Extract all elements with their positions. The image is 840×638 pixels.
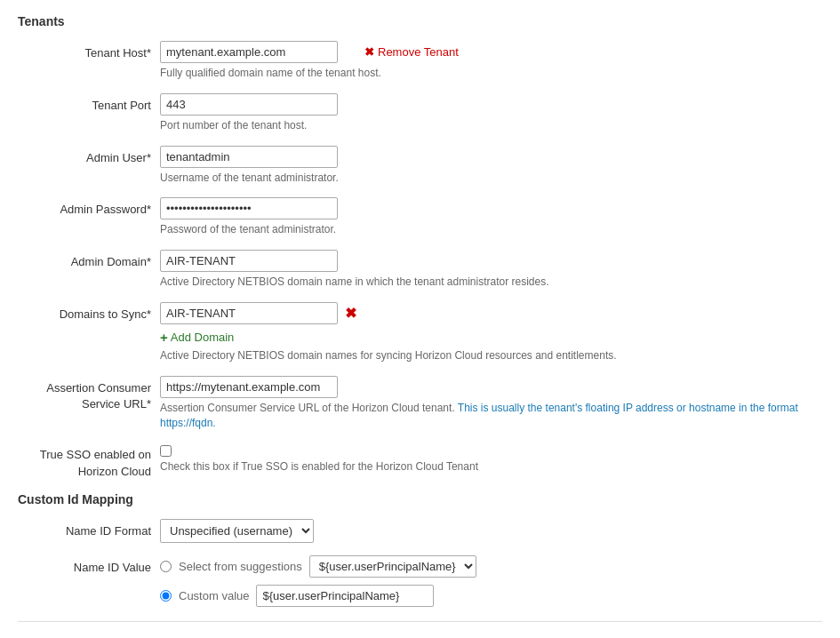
assertion-url-hint: Assertion Consumer Service URL of the Ho… bbox=[160, 401, 822, 431]
admin-domain-field: Active Directory NETBIOS domain name in … bbox=[160, 250, 822, 290]
name-id-value-radio-group: Select from suggestions ${user.userPrinc… bbox=[160, 555, 822, 607]
tenant-port-label: Tenant Port bbox=[18, 93, 160, 114]
suggestions-radio-label: Select from suggestions bbox=[179, 560, 302, 573]
admin-password-input[interactable] bbox=[160, 197, 338, 219]
name-id-value-field: Select from suggestions ${user.userPrinc… bbox=[160, 555, 822, 607]
remove-icon: ✖ bbox=[364, 45, 374, 59]
name-id-format-label: Name ID Format bbox=[18, 519, 160, 539]
tenant-host-field: ✖ Remove Tenant Fully qualified domain n… bbox=[160, 41, 822, 81]
tenant-port-group: Tenant Port Port number of the tenant ho… bbox=[18, 93, 822, 133]
suggestions-select[interactable]: ${user.userPrincipalName} ${user.email} … bbox=[309, 555, 476, 578]
name-id-format-field: Unspecified (username) Email Persistent … bbox=[160, 519, 822, 543]
suggestions-row: Select from suggestions ${user.userPrinc… bbox=[160, 555, 822, 578]
assertion-url-label: Assertion ConsumerService URL* bbox=[18, 376, 160, 412]
name-id-value-label: Name ID Value bbox=[18, 555, 160, 576]
delete-domain-icon[interactable]: ✖ bbox=[345, 305, 356, 322]
true-sso-hint: Check this box if True SSO is enabled fo… bbox=[160, 459, 822, 475]
admin-domain-label: Admin Domain* bbox=[18, 250, 160, 270]
suggestions-radio[interactable] bbox=[160, 561, 172, 572]
domain-row: ✖ bbox=[160, 302, 822, 324]
assertion-url-hint-normal: Assertion Consumer Service URL of the Ho… bbox=[160, 402, 455, 414]
admin-domain-input[interactable] bbox=[160, 250, 338, 272]
add-domain-label: Add Domain bbox=[171, 331, 235, 344]
custom-value-input[interactable] bbox=[256, 585, 434, 607]
tenants-section: Tenants Tenant Host* ✖ Remove Tenant Ful… bbox=[18, 14, 822, 480]
tenant-port-hint: Port number of the tenant host. bbox=[160, 118, 822, 133]
tenant-host-label: Tenant Host* bbox=[18, 41, 160, 61]
true-sso-checkbox[interactable] bbox=[160, 445, 172, 457]
admin-domain-group: Admin Domain* Active Directory NETBIOS d… bbox=[18, 250, 822, 290]
tenant-host-hint: Fully qualified domain name of the tenan… bbox=[160, 66, 822, 81]
assertion-url-field: Assertion Consumer Service URL of the Ho… bbox=[160, 376, 822, 431]
assertion-url-input[interactable] bbox=[160, 376, 338, 398]
domains-to-sync-label: Domains to Sync* bbox=[18, 302, 160, 323]
admin-user-field: Username of the tenant administrator. bbox=[160, 146, 822, 186]
custom-value-radio-label: Custom value bbox=[179, 589, 249, 602]
custom-value-row: Custom value bbox=[160, 585, 822, 607]
remove-tenant-label: Remove Tenant bbox=[378, 45, 459, 59]
domain-input[interactable] bbox=[160, 302, 338, 324]
true-sso-field: Check this box if True SSO is enabled fo… bbox=[160, 443, 822, 475]
custom-id-mapping-title: Custom Id Mapping bbox=[18, 492, 822, 506]
admin-password-group: Admin Password* Password of the tenant a… bbox=[18, 197, 822, 237]
tenant-port-input[interactable] bbox=[160, 93, 338, 116]
custom-id-mapping-section: Custom Id Mapping Name ID Format Unspeci… bbox=[18, 492, 822, 607]
admin-user-input[interactable] bbox=[160, 146, 338, 168]
name-id-format-select[interactable]: Unspecified (username) Email Persistent … bbox=[160, 519, 314, 543]
admin-domain-hint: Active Directory NETBIOS domain name in … bbox=[160, 275, 822, 290]
plus-icon: + bbox=[160, 330, 168, 345]
tenants-title: Tenants bbox=[18, 14, 822, 28]
name-id-value-group: Name ID Value Select from suggestions ${… bbox=[18, 555, 822, 607]
admin-user-group: Admin User* Username of the tenant admin… bbox=[18, 146, 822, 186]
tenant-port-field: Port number of the tenant host. bbox=[160, 93, 822, 133]
section-divider bbox=[18, 621, 822, 622]
admin-user-hint: Username of the tenant administrator. bbox=[160, 171, 822, 186]
custom-value-radio[interactable] bbox=[160, 590, 172, 602]
admin-password-label: Admin Password* bbox=[18, 197, 160, 218]
true-sso-group: True SSO enabled onHorizon Cloud Check t… bbox=[18, 443, 822, 479]
domains-to-sync-hint: Active Directory NETBIOS domain names fo… bbox=[160, 348, 822, 363]
tenant-host-input[interactable] bbox=[160, 41, 338, 63]
tenant-host-group: Tenant Host* ✖ Remove Tenant Fully quali… bbox=[18, 41, 822, 81]
name-id-format-group: Name ID Format Unspecified (username) Em… bbox=[18, 519, 822, 543]
admin-user-label: Admin User* bbox=[18, 146, 160, 166]
admin-password-hint: Password of the tenant administrator. bbox=[160, 222, 822, 237]
domains-to-sync-group: Domains to Sync* ✖ + Add Domain Active D… bbox=[18, 302, 822, 363]
true-sso-label: True SSO enabled onHorizon Cloud bbox=[18, 443, 160, 479]
remove-tenant-link[interactable]: ✖ Remove Tenant bbox=[364, 41, 459, 59]
admin-password-field: Password of the tenant administrator. bbox=[160, 197, 822, 237]
assertion-url-group: Assertion ConsumerService URL* Assertion… bbox=[18, 376, 822, 431]
domains-to-sync-field: ✖ + Add Domain Active Directory NETBIOS … bbox=[160, 302, 822, 363]
add-domain-link[interactable]: + Add Domain bbox=[160, 330, 822, 345]
